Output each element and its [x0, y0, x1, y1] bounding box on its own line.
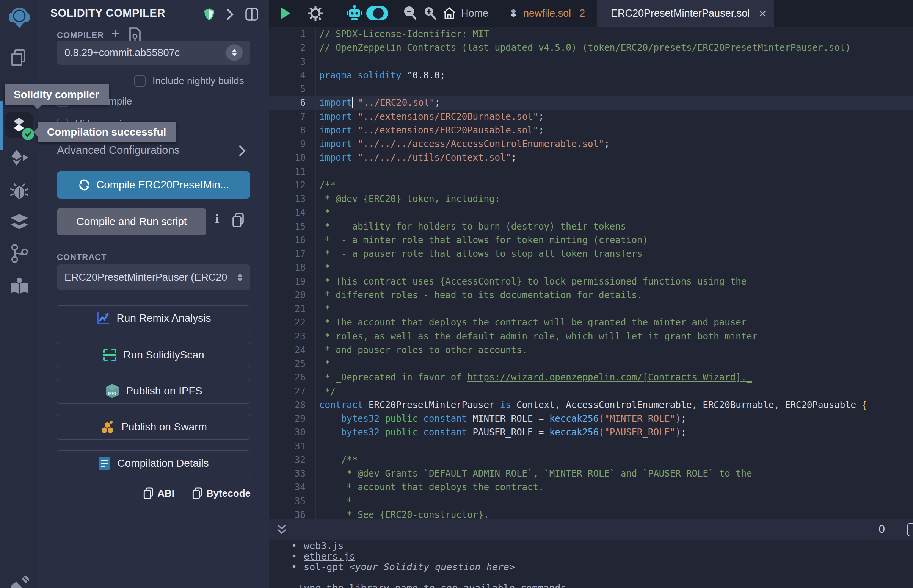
- copy-bytecode-link[interactable]: Bytecode: [192, 487, 251, 499]
- script-config-button[interactable]: [307, 0, 324, 26]
- shield-icon[interactable]: [204, 8, 215, 21]
- add-compiler-icon[interactable]: +: [111, 25, 120, 42]
- compiler-version-value: 0.8.29+commit.ab55807c: [65, 47, 180, 59]
- code-line-13[interactable]: 13 * @dev {ERC20} token, including:: [269, 192, 913, 206]
- code-line-24[interactable]: 24 * and pauser roles to other accounts.: [269, 343, 913, 357]
- code-line-2[interactable]: 2// OpenZeppelin Contracts (last updated…: [269, 41, 913, 55]
- code-line-29[interactable]: 29 bytes32 public constant MINTER_ROLE =…: [269, 412, 913, 425]
- code-line-14[interactable]: 14 *: [269, 206, 913, 220]
- ethers-link[interactable]: ethers.js: [304, 551, 355, 562]
- copy-icon: [192, 487, 202, 499]
- terminal-search-input[interactable]: [907, 523, 913, 536]
- line-number: 1: [269, 27, 316, 41]
- compiler-file-icon[interactable]: [128, 27, 141, 42]
- sidebar-item-debugger[interactable]: [0, 183, 38, 200]
- compiler-section-label: COMPILER: [57, 30, 104, 40]
- info-icon[interactable]: i: [215, 212, 219, 225]
- code-line-27[interactable]: 27 */: [269, 384, 913, 398]
- line-content: * account that deploys the contract.: [316, 480, 544, 494]
- contract-select[interactable]: ERC20PresetMinterPauser (ERC20: [57, 265, 250, 290]
- copy-script-icon[interactable]: [231, 213, 244, 227]
- code-line-12[interactable]: 12/**: [269, 178, 913, 192]
- split-panel-icon[interactable]: [245, 8, 258, 21]
- code-line-4[interactable]: 4pragma solidity ^0.8.0;: [269, 69, 913, 82]
- code-line-16[interactable]: 16 * - a minter role that allows for tok…: [269, 233, 913, 247]
- expand-terminal-icon[interactable]: [275, 523, 288, 536]
- code-line-17[interactable]: 17 * - a pauser role that allows to stop…: [269, 247, 913, 261]
- run-solidityscan-label: Run SolidityScan: [123, 349, 204, 361]
- zoom-out-button[interactable]: [403, 0, 418, 26]
- tab-home[interactable]: Home: [434, 0, 497, 26]
- code-line-9[interactable]: 9import "../../../access/AccessControlEn…: [269, 137, 913, 151]
- terminal-output[interactable]: • web3.js • ethers.js • sol-gpt <your So…: [269, 540, 913, 588]
- advanced-configurations-label[interactable]: Advanced Configurations: [57, 144, 180, 157]
- sidebar-item-file-explorer[interactable]: [0, 48, 38, 68]
- code-line-11[interactable]: 11: [269, 165, 913, 178]
- publish-swarm-label: Publish on Swarm: [121, 421, 207, 433]
- sidebar-item-learneth[interactable]: [0, 277, 38, 296]
- line-content: // SPDX-License-Identifier: MIT: [316, 27, 489, 41]
- ai-toggle[interactable]: [366, 0, 388, 26]
- publish-swarm-button[interactable]: Publish on Swarm: [57, 414, 250, 440]
- code-line-3[interactable]: 3: [269, 55, 913, 69]
- run-button[interactable]: [280, 0, 291, 26]
- code-line-7[interactable]: 7import "../extensions/ERC20Burnable.sol…: [269, 110, 913, 123]
- code-line-21[interactable]: 21 *: [269, 302, 913, 316]
- code-line-34[interactable]: 34 * account that deploys the contract.: [269, 480, 913, 494]
- code-line-8[interactable]: 8import "../extensions/ERC20Pausable.sol…: [269, 123, 913, 137]
- compile-button[interactable]: Compile ERC20PresetMin...: [57, 171, 250, 199]
- code-line-15[interactable]: 15 * - ability for holders to burn (dest…: [269, 220, 913, 233]
- sidebar-item-static-analysis[interactable]: [0, 213, 38, 231]
- code-view[interactable]: 1// SPDX-License-Identifier: MIT2// Open…: [269, 26, 913, 519]
- code-line-1[interactable]: 1// SPDX-License-Identifier: MIT: [269, 27, 913, 41]
- ai-assistant-button[interactable]: [346, 0, 363, 26]
- code-line-25[interactable]: 25 *: [269, 357, 913, 370]
- web3-link[interactable]: web3.js: [304, 540, 343, 551]
- tab-erc20presetminterpauser-sol[interactable]: ERC20PresetMinterPauser.sol ×: [597, 0, 774, 26]
- details-icon: [98, 456, 110, 470]
- code-line-32[interactable]: 32 /**: [269, 453, 913, 467]
- code-line-28[interactable]: 28contract ERC20PresetMinterPauser is Co…: [269, 398, 913, 412]
- code-line-10[interactable]: 10import "../../../utils/Context.sol";: [269, 151, 913, 165]
- code-line-36[interactable]: 36 * See {ERC20-constructor}.: [269, 508, 913, 519]
- terminal-line-web3: • web3.js: [291, 540, 343, 551]
- sidebar-item-plugin-manager[interactable]: [0, 576, 38, 588]
- code-line-19[interactable]: 19 * This contract uses {AccessControl} …: [269, 275, 913, 288]
- compiler-version-select[interactable]: 0.8.29+commit.ab55807c: [57, 40, 250, 65]
- code-line-35[interactable]: 35 *: [269, 494, 913, 508]
- contract-stepper-icon[interactable]: [237, 273, 243, 281]
- sidebar-item-deploy-run[interactable]: [0, 149, 38, 167]
- code-line-30[interactable]: 30 bytes32 public constant PAUSER_ROLE =…: [269, 425, 913, 439]
- code-line-18[interactable]: 18 *: [269, 261, 913, 274]
- advanced-chevron-icon[interactable]: [238, 145, 246, 157]
- line-number: 15: [269, 220, 316, 233]
- line-content: * roles, as well as the default admin ro…: [316, 330, 758, 343]
- remix-logo[interactable]: [0, 5, 38, 29]
- code-line-5[interactable]: 5: [269, 82, 913, 96]
- publish-ipfs-button[interactable]: IPFS Publish on IPFS: [57, 378, 250, 404]
- version-stepper-icon[interactable]: [226, 44, 243, 61]
- chevron-right-icon[interactable]: [227, 8, 234, 21]
- compilation-details-button[interactable]: Compilation Details: [57, 451, 250, 476]
- scan-icon: [103, 348, 117, 362]
- compile-and-run-button[interactable]: Compile and Run script: [57, 208, 206, 235]
- terminal-line-solgpt: • sol-gpt <your Solidity question here>: [291, 562, 515, 572]
- book-icon: [9, 277, 29, 296]
- close-tab-icon[interactable]: ×: [759, 7, 766, 20]
- bullet-icon: •: [291, 540, 297, 551]
- code-line-6[interactable]: 6import "../ERC20.sol";: [269, 96, 913, 110]
- code-line-20[interactable]: 20 * different roles - head to its docum…: [269, 288, 913, 302]
- code-line-33[interactable]: 33 * @dev Grants `DEFAULT_ADMIN_ROLE`, `…: [269, 467, 913, 480]
- code-line-23[interactable]: 23 * roles, as well as the default admin…: [269, 330, 913, 343]
- copy-abi-link[interactable]: ABI: [143, 487, 175, 499]
- tab-newfile-sol[interactable]: newfile.sol 2: [500, 0, 593, 26]
- run-remix-analysis-button[interactable]: Run Remix Analysis: [57, 305, 250, 331]
- run-solidityscan-button[interactable]: Run SolidityScan: [57, 342, 250, 368]
- code-line-26[interactable]: 26 * _Deprecated in favor of https://wiz…: [269, 370, 913, 384]
- nightly-builds-checkbox[interactable]: [134, 75, 146, 87]
- run-remix-analysis-label: Run Remix Analysis: [117, 312, 211, 324]
- code-line-31[interactable]: 31: [269, 439, 913, 453]
- sidebar-item-git[interactable]: [0, 244, 38, 263]
- code-line-22[interactable]: 22 * The account that deploys the contra…: [269, 316, 913, 329]
- nightly-builds-label: Include nightly builds: [152, 75, 244, 87]
